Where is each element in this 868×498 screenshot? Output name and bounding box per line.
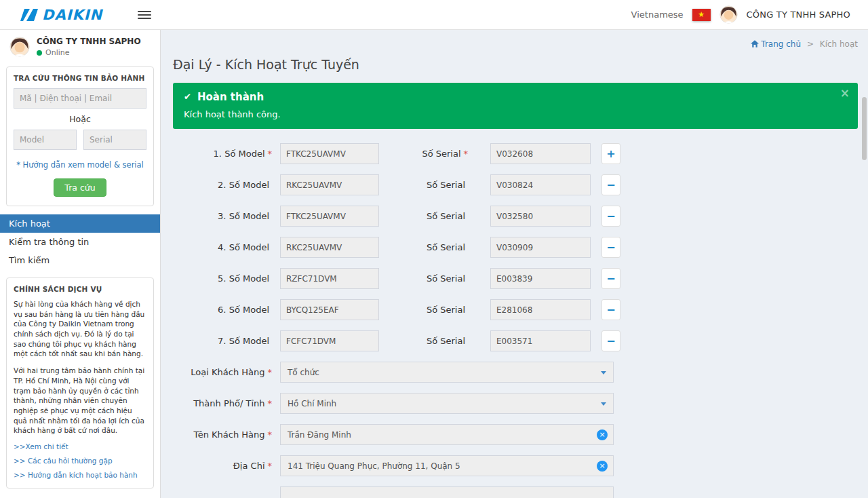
required-asterisk: *	[268, 461, 273, 471]
home-icon	[751, 40, 759, 47]
remove-row-button[interactable]: −	[601, 299, 620, 320]
flag-star-icon: ★	[698, 11, 705, 18]
serial-input[interactable]	[490, 299, 591, 320]
alert-title: Hoàn thành	[197, 91, 264, 103]
model-input[interactable]	[280, 206, 379, 227]
online-status-label: Online	[45, 48, 69, 57]
breadcrumb-separator: >	[807, 39, 814, 49]
remove-row-button[interactable]: −	[601, 330, 620, 351]
close-icon[interactable]: ×	[840, 88, 850, 99]
hamburger-icon[interactable]	[138, 8, 151, 22]
device-row-1: 1. Số Model* Số Serial* +	[173, 143, 858, 164]
breadcrumb-home-link[interactable]: Trang chủ	[751, 39, 801, 49]
sidebar-user-name: CÔNG TY TNHH SAPHO	[37, 37, 141, 46]
serial-input[interactable]	[490, 237, 591, 258]
device-row-5: 5. Số Model Số Serial −	[173, 268, 858, 289]
model-serial-guide-link[interactable]: * Hướng dẫn xem model & serial	[14, 160, 146, 170]
serial-input[interactable]	[490, 330, 591, 351]
remove-row-button[interactable]: −	[601, 206, 620, 227]
breadcrumb-current: Kích hoạt	[820, 39, 858, 49]
model-input[interactable]	[280, 299, 379, 320]
device-row-4: 4. Số Model Số Serial −	[173, 237, 858, 258]
lookup-search-button[interactable]: Tra cứu	[54, 178, 106, 197]
avatar[interactable]	[719, 5, 738, 24]
address-label: Địa Chỉ*	[173, 461, 280, 471]
remove-row-button[interactable]: −	[601, 268, 620, 289]
device-row-2: 2. Số Model Số Serial −	[173, 174, 858, 195]
lookup-serial-input[interactable]	[83, 130, 146, 150]
city-value: Hồ Chí Minh	[288, 399, 336, 408]
partial-field-row	[173, 486, 858, 498]
sidebar-item-tim-kiem[interactable]: Tìm kiếm	[0, 251, 160, 269]
lookup-heading: TRA CỨU THÔNG TIN BẢO HÀNH	[14, 74, 146, 82]
model-input[interactable]	[280, 330, 379, 351]
serial-input[interactable]	[490, 268, 591, 289]
model-label: 6. Số Model	[173, 305, 280, 315]
add-row-button[interactable]: +	[601, 143, 620, 164]
topbar-company-name[interactable]: CÔNG TY TNHH SAPHO	[747, 9, 850, 20]
see-details-link[interactable]: >>Xem chi tiết	[14, 442, 146, 451]
warranty-lookup-panel: TRA CỨU THÔNG TIN BẢO HÀNH Hoặc * Hướng …	[6, 66, 154, 206]
service-policy-panel: CHÍNH SÁCH DỊCH VỤ Sự hài lòng của khách…	[6, 277, 154, 489]
daikin-logo-icon	[20, 9, 38, 21]
customer-name-value: Trần Đăng Minh	[288, 430, 351, 440]
serial-label: Số Serial	[379, 336, 490, 346]
online-status-dot	[37, 50, 42, 56]
serial-label: Số Serial	[379, 273, 490, 284]
serial-label: Số Serial	[379, 242, 490, 252]
remove-row-button[interactable]: −	[601, 237, 620, 258]
customer-type-select[interactable]: Tổ chức	[280, 362, 614, 383]
sidebar-avatar	[9, 37, 30, 57]
user-status: Online	[37, 48, 141, 57]
alert-title-row: ✔ Hoàn thành	[184, 91, 835, 103]
lookup-search-input[interactable]	[14, 88, 146, 109]
customer-name-input[interactable]: Trần Đăng Minh ×	[280, 424, 614, 445]
serial-label: Số Serial	[379, 305, 490, 315]
serial-input[interactable]	[490, 143, 591, 164]
page-title: Đại Lý - Kích Hoạt Trực Tuyến	[173, 57, 858, 72]
faq-link[interactable]: >> Các câu hỏi thường gặp	[14, 457, 146, 465]
check-icon: ✔	[184, 92, 191, 102]
sidebar: CÔNG TY TNHH SAPHO Online TRA CỨU THÔNG …	[0, 30, 161, 498]
model-label: 3. Số Model	[173, 211, 280, 221]
or-label: Hoặc	[14, 114, 146, 124]
partial-field-input[interactable]	[280, 486, 614, 498]
model-label: 1. Số Model*	[173, 149, 280, 159]
policy-paragraph: Sự hài lòng của khách hàng về dịch vụ sa…	[14, 299, 146, 359]
serial-input[interactable]	[490, 206, 591, 227]
model-input[interactable]	[280, 237, 379, 258]
customer-type-label: Loại Khách Hàng*	[173, 367, 280, 377]
model-input[interactable]	[280, 143, 379, 164]
topbar: DAIKIN Vietnamese ★ CÔNG TY TNHH SAPHO	[0, 0, 868, 30]
remove-row-button[interactable]: −	[601, 174, 620, 195]
address-input[interactable]: 141 Triệu Quang Phục, Phường 11, Quận 5 …	[280, 455, 614, 476]
model-input[interactable]	[280, 174, 379, 195]
required-asterisk: *	[268, 398, 273, 408]
serial-label: Số Serial*	[379, 149, 490, 159]
brand-name: DAIKIN	[42, 7, 102, 23]
lookup-model-input[interactable]	[14, 130, 77, 150]
alert-message: Kích hoạt thành công.	[184, 109, 835, 119]
required-asterisk: *	[268, 149, 273, 159]
topbar-right: Vietnamese ★ CÔNG TY TNHH SAPHO	[631, 5, 868, 24]
city-select[interactable]: Hồ Chí Minh	[280, 393, 614, 414]
serial-label: Số Serial	[379, 180, 490, 190]
vietnam-flag-icon[interactable]: ★	[692, 9, 711, 21]
clear-icon[interactable]: ×	[597, 429, 608, 440]
policy-heading: CHÍNH SÁCH DỊCH VỤ	[14, 285, 146, 293]
clear-icon[interactable]: ×	[597, 461, 608, 472]
customer-name-label: Tên Khách Hàng*	[173, 429, 280, 440]
serial-label: Số Serial	[379, 211, 490, 221]
model-input[interactable]	[280, 268, 379, 289]
main-content: Trang chủ > Kích hoạt Đại Lý - Kích Hoạt…	[161, 30, 868, 498]
sidebar-item-kiem-tra-thong-tin[interactable]: Kiểm tra thông tin	[0, 233, 160, 251]
activation-guide-link[interactable]: >> Hướng dẫn kích hoạt bảo hành	[14, 471, 146, 479]
daikin-logo[interactable]: DAIKIN	[20, 7, 102, 23]
customer-type-value: Tổ chức	[288, 368, 319, 377]
required-asterisk: *	[268, 429, 273, 440]
customer-type-row: Loại Khách Hàng* Tổ chức	[173, 362, 858, 383]
scrollbar-thumb[interactable]	[862, 97, 867, 160]
address-value: 141 Triệu Quang Phục, Phường 11, Quận 5	[288, 461, 460, 471]
sidebar-item-kich-hoat[interactable]: Kích hoạt	[0, 214, 160, 233]
serial-input[interactable]	[490, 174, 591, 195]
